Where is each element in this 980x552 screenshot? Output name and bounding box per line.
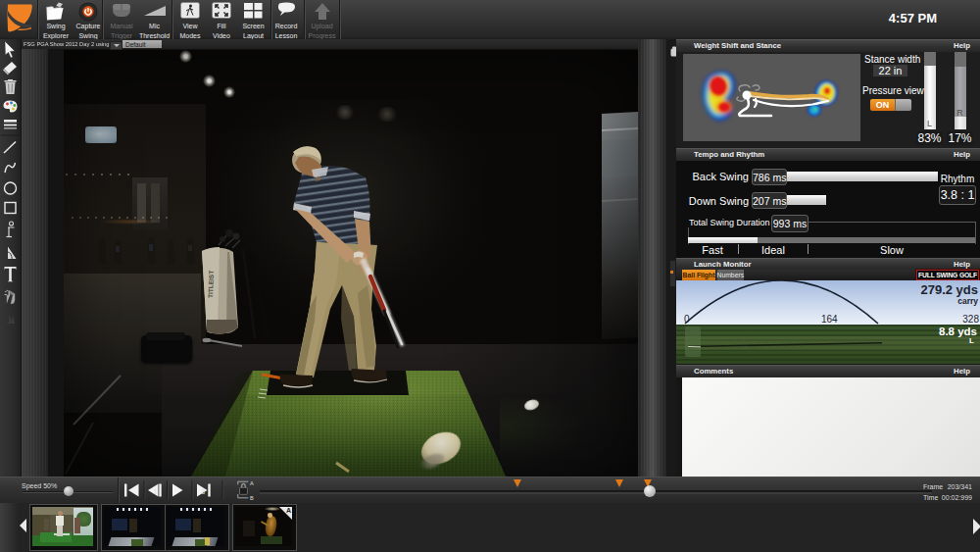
svg-text:1: 1 — [154, 488, 158, 495]
svg-text:B: B — [250, 495, 254, 500]
svg-text:A: A — [250, 480, 254, 486]
svg-text:3: 3 — [202, 488, 206, 495]
